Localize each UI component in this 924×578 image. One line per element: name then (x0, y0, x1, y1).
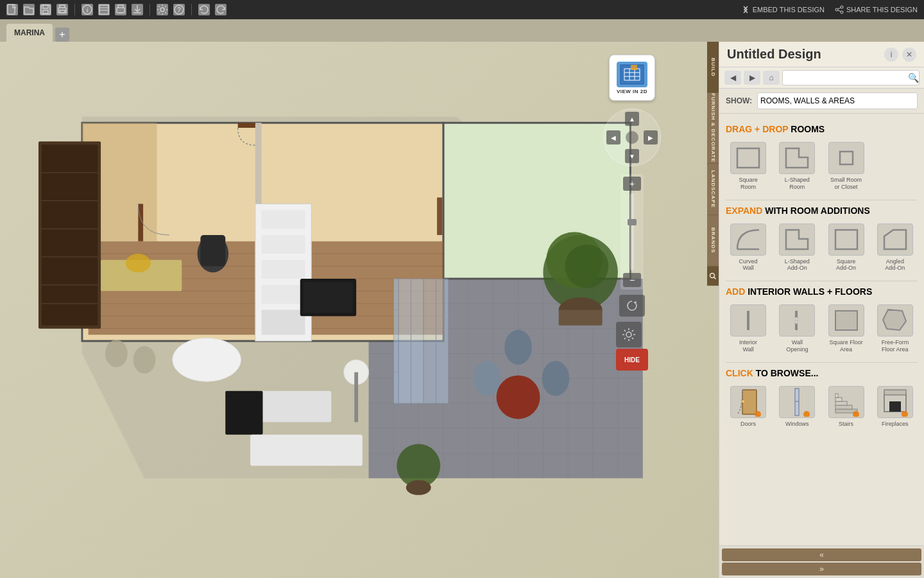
svg-rect-141 (889, 401, 901, 412)
nav-forward-button[interactable]: ▶ (744, 71, 760, 85)
settings-gear-button[interactable] (616, 322, 642, 347)
svg-rect-90 (559, 310, 603, 326)
interior-wall-icon (730, 304, 766, 337)
svg-rect-125 (835, 311, 857, 330)
svg-rect-99 (250, 435, 363, 466)
angled-addon-item[interactable]: AngledAdd-On (873, 221, 918, 275)
divider-1 (726, 200, 918, 200)
windows-item[interactable]: Windows (774, 383, 819, 430)
collapse-top-button[interactable]: « (722, 548, 921, 561)
svg-rect-65 (304, 282, 354, 313)
svg-point-111 (710, 273, 715, 277)
square-room-item[interactable]: SquareRoom (726, 139, 771, 193)
embed-design-btn[interactable]: EMBED THIS DESIGN (741, 5, 825, 14)
svg-rect-8 (99, 5, 108, 14)
fireplaces-item[interactable]: Fireplaces (873, 383, 918, 430)
svg-point-132 (803, 411, 810, 417)
freeform-floor-area-icon (877, 304, 913, 337)
tab-furnish[interactable]: FURNISH & DECORATE (707, 93, 719, 164)
svg-rect-5 (60, 10, 65, 13)
nav-up-button[interactable]: ▲ (625, 112, 639, 126)
small-room-item[interactable]: Small Roomor Closet (824, 139, 869, 193)
open-icon[interactable] (23, 4, 35, 15)
export-icon[interactable] (132, 4, 143, 15)
share-design-btn[interactable]: SHARE THIS DESIGN (835, 5, 918, 14)
drag-drop-rooms-grid: SquareRoom L-ShapedRoom Small Roomor Clo… (726, 139, 918, 193)
nav-left-button[interactable]: ◀ (606, 130, 620, 144)
square-addon-label: SquareAdd-On (836, 258, 856, 272)
interior-wall-label: InteriorWall (739, 339, 757, 353)
vertical-tabs: BUILD FURNISH & DECORATE LANDSCAPE BRAND… (707, 42, 719, 286)
svg-point-88 (565, 245, 608, 288)
svg-rect-62 (262, 285, 305, 304)
l-shaped-room-item[interactable]: L-ShapedRoom (774, 139, 819, 193)
canvas-area[interactable]: VIEW IN 2D ▲ ▼ ◀ ▶ + − (0, 42, 719, 578)
nav-down-button[interactable]: ▼ (625, 149, 639, 163)
freeform-floor-area-item[interactable]: Free-FormFloor Area (873, 302, 918, 356)
settings-icon[interactable] (157, 4, 168, 15)
windows-icon (779, 386, 815, 418)
curved-wall-item[interactable]: CurvedWall (726, 221, 771, 275)
undo-icon[interactable] (198, 4, 210, 15)
right-panel: Untitled Design i ✕ ◀ ▶ ⌂ 🔍 SHOW: ROOMS,… (719, 42, 924, 578)
print-icon[interactable] (56, 4, 68, 15)
svg-point-93 (542, 361, 569, 396)
info-icon[interactable]: i (81, 4, 93, 15)
zoom-out-button[interactable]: − (623, 273, 641, 287)
square-addon-icon (828, 223, 864, 256)
help-icon[interactable]: ? (173, 4, 185, 15)
print2-icon[interactable] (115, 4, 126, 15)
nav-ring: ▲ ▼ ◀ ▶ (603, 109, 661, 166)
hide-button[interactable]: HIDE (616, 349, 648, 371)
collapse-bottom-button[interactable]: » (722, 563, 921, 575)
wall-opening-item[interactable]: WallOpening (774, 302, 819, 356)
tab-build[interactable]: BUILD (707, 42, 719, 93)
expand-additions-grid: CurvedWall L-ShapedAdd-On SquareAdd-On (726, 221, 918, 275)
nav-home-button[interactable]: ⌂ (763, 71, 780, 85)
redo-icon[interactable] (215, 4, 227, 15)
add-tab-button[interactable]: + (55, 28, 69, 42)
zoom-in-button[interactable]: + (623, 177, 641, 191)
square-floor-area-item[interactable]: Square FloorArea (824, 302, 869, 356)
l-shaped-addon-icon (779, 223, 815, 256)
close-panel-icon[interactable]: ✕ (902, 48, 916, 62)
new-icon[interactable] (6, 4, 18, 15)
svg-rect-0 (8, 4, 15, 14)
topbar: i ? EMBED THIS DESIGN (0, 0, 924, 19)
tab-search[interactable] (707, 267, 719, 286)
view-2d-button[interactable]: VIEW IN 2D (609, 55, 655, 101)
search-input[interactable] (782, 70, 920, 85)
svg-rect-11 (117, 8, 124, 13)
tab-landscape[interactable]: LANDSCAPE (707, 164, 719, 215)
square-floor-area-icon (828, 304, 864, 337)
svg-rect-137 (835, 394, 838, 398)
pages-icon[interactable] (98, 4, 110, 15)
svg-point-91 (504, 330, 532, 365)
browse-grid: Doors Windows (726, 383, 918, 430)
stairs-label: Stairs (839, 421, 853, 428)
svg-rect-59 (262, 210, 305, 229)
hide-area: HIDE (616, 322, 648, 371)
svg-rect-63 (262, 310, 305, 335)
l-shaped-addon-item[interactable]: L-ShapedAdd-On (774, 221, 819, 275)
main-area: VIEW IN 2D ▲ ▼ ◀ ▶ + − (0, 42, 924, 578)
marina-tab[interactable]: MARINA (6, 24, 53, 42)
search-icon[interactable]: 🔍 (908, 73, 919, 83)
info-panel-icon[interactable]: i (884, 48, 898, 62)
interior-wall-item[interactable]: InteriorWall (726, 302, 771, 356)
save-icon[interactable] (40, 4, 51, 15)
svg-marker-119 (884, 230, 906, 249)
curved-wall-label: CurvedWall (739, 258, 758, 272)
show-select[interactable]: ROOMS, WALLS & AREAS FURNITURE LANDSCAPI… (757, 92, 918, 109)
doors-item[interactable]: Doors (726, 383, 771, 430)
svg-rect-134 (835, 405, 852, 409)
reset-view-button[interactable] (619, 295, 645, 317)
svg-text:i: i (87, 7, 89, 13)
nav-back-button[interactable]: ◀ (724, 71, 741, 85)
nav-right-button[interactable]: ▶ (644, 130, 658, 144)
panel-header-icons: i ✕ (884, 48, 916, 62)
stairs-item[interactable]: Stairs (824, 383, 869, 430)
zoom-thumb[interactable] (628, 219, 637, 225)
square-addon-item[interactable]: SquareAdd-On (824, 221, 869, 275)
tab-brands[interactable]: BRANDS (707, 215, 719, 267)
